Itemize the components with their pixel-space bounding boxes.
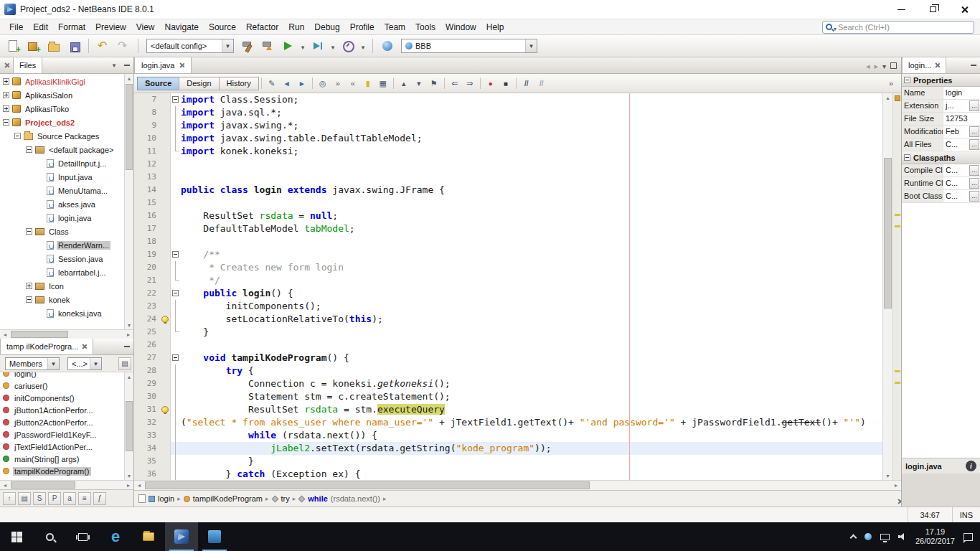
navigator-item[interactable]: cariuser() [0,380,124,392]
file-explorer-button[interactable] [132,522,165,551]
scroll-right-icon[interactable] [891,481,901,490]
scroll-thumb[interactable] [145,481,590,489]
tab-files[interactable]: Files [13,57,42,73]
rectangular-selection-button[interactable]: ▦ [376,76,390,90]
fold-collapse-icon[interactable] [172,290,179,296]
last-edit-button[interactable]: ✎ [265,76,279,90]
redo-button[interactable] [114,37,133,55]
code-line[interactable]: 26 [134,339,882,352]
line-number[interactable]: 7 [134,93,160,106]
netbeans-taskbar-button[interactable] [165,522,198,551]
property-value[interactable]: j... [943,100,969,112]
info-icon[interactable] [966,461,976,471]
minus-expand-icon[interactable] [26,146,32,153]
taskbar-clock[interactable]: 17.19 26/02/2017 [915,527,955,546]
breadcrumb-item[interactable]: login [149,494,174,503]
menu-help[interactable]: Help [481,21,509,34]
volume-icon[interactable] [898,532,907,541]
plus-expand-icon[interactable] [3,78,9,85]
plus-expand-icon[interactable] [3,92,9,98]
tree-node[interactable]: <default package> [0,143,124,156]
collapse-icon[interactable] [904,154,910,161]
code-line[interactable]: 14public class login extends javax.swing… [134,184,882,197]
sort-source-button[interactable]: ≡ [78,492,91,505]
menu-tools[interactable]: Tools [410,21,440,34]
code-line[interactable]: 10import javax.swing.table.DefaultTableM… [134,132,882,145]
property-value[interactable]: login [943,87,969,99]
ellipsis-button[interactable] [969,126,979,137]
close-icon[interactable] [179,62,184,68]
scroll-tabs-left-icon[interactable] [866,59,870,72]
show-fields-button[interactable]: ▤ [18,492,31,505]
ellipsis-button[interactable] [969,100,979,111]
menu-window[interactable]: Window [440,21,481,34]
menu-run[interactable]: Run [283,21,309,34]
scroll-up-icon[interactable] [125,372,133,381]
tree-node[interactable]: Project_ods2 [0,116,124,129]
restore-button[interactable] [917,0,948,19]
code-line[interactable]: 30 Statement stm = c.createStatement(); [134,390,882,403]
tree-node[interactable]: MenuUtama... [0,184,124,197]
tray-app-icon[interactable] [864,533,872,540]
toggle-highlight-button[interactable]: ▮ [361,76,375,90]
find-selection-button[interactable]: ◎ [316,76,330,90]
toolbar-overflow-icon[interactable]: » [884,76,898,90]
editor-vscrollbar[interactable] [882,93,892,480]
debug-dropdown-button[interactable] [329,37,337,55]
line-number[interactable]: 30 [134,390,160,403]
scroll-thumb[interactable] [11,331,68,338]
line-number[interactable]: 27 [134,352,160,364]
menu-view[interactable]: View [131,21,160,34]
line-number[interactable]: 33 [134,429,160,442]
minus-expand-icon[interactable] [14,133,21,139]
tree-node[interactable]: RenderWarn... [0,238,124,252]
debug-button[interactable] [308,37,327,55]
navigator-vscrollbar[interactable] [124,372,133,480]
window-menu-icon[interactable] [108,57,121,73]
menu-debug[interactable]: Debug [309,21,344,34]
scroll-down-icon[interactable] [125,321,133,329]
section-header[interactable]: Properties [902,74,980,87]
tree-node[interactable]: Icon [0,279,124,293]
warning-mark[interactable] [895,370,900,372]
code-line[interactable]: 35 } [134,455,882,468]
start-macro-recording-button[interactable]: ● [484,76,498,90]
tray-chevron-icon[interactable] [849,534,857,542]
tree-node[interactable]: Class [0,225,124,238]
property-value[interactable]: C... [943,190,969,202]
code-line[interactable]: 7import Class.Session; [134,93,882,106]
line-number[interactable]: 31 [134,403,160,416]
show-non-public-button[interactable]: P [48,492,61,505]
maximize-window-icon[interactable] [890,62,897,69]
minus-expand-icon[interactable] [3,119,9,126]
open-project-button[interactable] [44,37,63,55]
show-fqn-button[interactable]: ƒ [93,492,106,505]
scroll-right-icon[interactable] [123,330,133,339]
ellipsis-button[interactable] [969,191,979,202]
find-next-button[interactable]: » [331,76,345,90]
menu-format[interactable]: Format [53,21,90,34]
minimize-panel-button[interactable] [121,339,133,354]
navigator-item[interactable]: tampilKodeProgram() [0,465,124,477]
line-number[interactable]: 32 [134,416,160,429]
menu-profile[interactable]: Profile [345,21,380,34]
run-dropdown-button[interactable] [298,37,307,55]
fold-collapse-icon[interactable] [172,354,179,361]
error-stripe[interactable] [892,93,901,480]
run-button[interactable] [278,37,297,55]
navigator-item[interactable]: jButton1ActionPerfor... [0,404,124,416]
code-line[interactable]: 20 * Creates new form login [134,261,882,274]
code-line[interactable]: 9import javax.swing.*; [134,119,882,132]
menu-preview[interactable]: Preview [90,21,131,34]
code-line[interactable]: 11import konek.koneksi; [134,145,882,158]
code-editor[interactable]: 7import Class.Session;8import java.sql.*… [134,93,882,480]
new-file-button[interactable] [4,37,23,55]
code-area[interactable]: 7import Class.Session;8import java.sql.*… [134,93,901,480]
line-number[interactable]: 12 [134,158,160,171]
previous-bookmark-button[interactable]: ▴ [397,76,411,90]
line-number[interactable]: 15 [134,197,160,209]
profile-dropdown-button[interactable] [359,37,367,55]
line-number[interactable]: 14 [134,184,160,197]
code-line[interactable]: 13 [134,171,882,184]
action-center-icon[interactable] [963,533,973,541]
